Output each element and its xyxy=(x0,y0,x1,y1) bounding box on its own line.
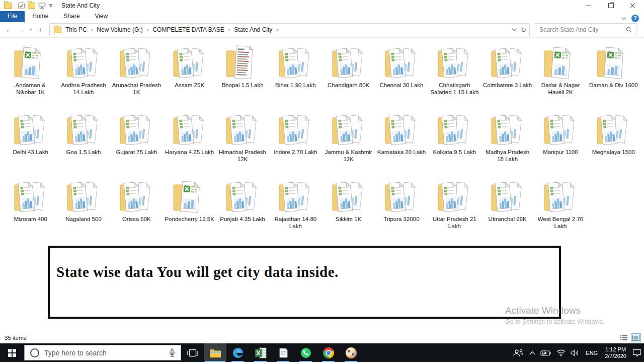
folder-item[interactable]: Madhya Pradesh 18 Lakh xyxy=(481,110,534,177)
folder-item[interactable]: Nagaland 500 xyxy=(57,177,110,244)
breadcrumb-separator: › xyxy=(144,27,152,33)
folder-item[interactable]: Karnataka 20 Lakh xyxy=(375,110,428,177)
action-center-icon[interactable] xyxy=(630,343,644,362)
folder-item[interactable]: Uttar Pradesh 21 Lakh xyxy=(428,177,481,244)
refresh-icon[interactable]: ↻ xyxy=(521,26,526,34)
folder-item[interactable]: Jammu & Kashmir 12K xyxy=(322,110,375,177)
folder-item[interactable]: West Bengal 2.70 Lakh xyxy=(534,177,587,244)
taskbar-edge-button[interactable] xyxy=(226,343,249,362)
forward-button[interactable]: → xyxy=(15,26,27,33)
folder-item[interactable]: Bhopal 1.5 Lakh xyxy=(216,43,269,110)
breadcrumb-item[interactable]: New Volume (G:) xyxy=(96,26,143,33)
folder-icon xyxy=(381,178,422,215)
rename-monitor-icon[interactable] xyxy=(38,3,46,9)
ribbon-tab-view[interactable]: View xyxy=(87,11,115,22)
folder-label: Arunachal Pradesh 1K xyxy=(111,82,162,96)
divider xyxy=(15,3,15,9)
folder-item[interactable]: Sikkim 1K xyxy=(322,177,375,244)
folder-item[interactable]: Himachal Pradesh 12K xyxy=(216,110,269,177)
folder-item[interactable]: Meghalaya 1500 xyxy=(587,110,640,177)
edge-icon xyxy=(232,347,244,359)
folder-item[interactable]: Chennai 30 Lakh xyxy=(375,43,428,110)
folder-label: Tripura 32000 xyxy=(376,216,427,223)
folder-item[interactable]: Mizoram 400 xyxy=(4,177,57,244)
folder-label: Assam 25K xyxy=(165,82,215,89)
folder-item[interactable]: Kolkata 9.5 Lakh xyxy=(428,110,481,177)
folder-item[interactable]: Chhatisgarh Salaried 1.15 Lakh xyxy=(428,43,481,110)
language-indicator[interactable]: ENG xyxy=(582,350,601,356)
folder-item[interactable]: Dadar & Nagar Haveli 2K xyxy=(534,43,587,110)
folder-label: Madhya Pradesh 18 Lakh xyxy=(482,149,533,163)
task-view-button[interactable] xyxy=(181,343,204,362)
folder-item[interactable]: Arunachal Pradesh 1K xyxy=(110,43,163,110)
battery-icon[interactable] xyxy=(538,343,554,362)
address-bar: ← → ▾ ↑ This PC›New Volume (G:)›COMPELET… xyxy=(0,22,644,38)
ribbon-tab-file[interactable]: File xyxy=(0,11,25,22)
address-box[interactable]: This PC›New Volume (G:)›COMPELETE DATA B… xyxy=(49,23,530,36)
folder-item[interactable]: Gujarat 75 Lakh xyxy=(110,110,163,177)
search-placeholder: Search State And City xyxy=(539,26,598,33)
details-view-icon[interactable] xyxy=(619,333,629,342)
taskbar-chrome-button[interactable] xyxy=(317,343,340,362)
ribbon-tab-share[interactable]: Share xyxy=(56,11,87,22)
restore-button[interactable] xyxy=(600,0,622,11)
ribbon-right-controls: ? xyxy=(621,15,644,22)
hidden-icons-chevron-icon[interactable] xyxy=(527,343,538,362)
people-icon[interactable] xyxy=(510,343,527,362)
back-button[interactable]: ← xyxy=(3,26,15,33)
folder-item[interactable]: Tripura 32000 xyxy=(375,177,428,244)
folder-item[interactable]: Uttranchal 26K xyxy=(481,177,534,244)
taskbar-whatsapp-button[interactable] xyxy=(294,343,317,362)
up-button[interactable]: ↑ xyxy=(34,26,46,33)
taskbar-excel-button[interactable] xyxy=(249,343,272,362)
start-button[interactable] xyxy=(0,343,24,362)
folder-item[interactable]: Assam 25K xyxy=(163,43,216,110)
help-icon[interactable]: ? xyxy=(631,15,639,22)
search-input[interactable]: Search State And City xyxy=(535,23,636,36)
folder-icon xyxy=(434,44,474,81)
close-button[interactable] xyxy=(622,0,644,11)
folder-item[interactable]: Orissa 60K xyxy=(110,177,163,244)
window-controls xyxy=(578,0,644,11)
collapse-ribbon-chevron-icon[interactable] xyxy=(621,17,626,20)
folder-item[interactable]: Chandigarh 80K xyxy=(322,43,375,110)
address-history-chevron-icon[interactable] xyxy=(512,28,517,31)
folder-item[interactable]: Manipur 1100 xyxy=(534,110,587,177)
folder-label: Delhi 43 Lakh xyxy=(6,149,56,156)
folder-item[interactable]: Rajasthan 14.80 Lakh xyxy=(269,177,322,244)
breadcrumb-item[interactable]: State And City xyxy=(233,26,273,33)
taskbar-file-explorer-button[interactable] xyxy=(204,343,226,362)
folder-item[interactable]: Pondecherry 12.5K xyxy=(163,177,216,244)
folder-item[interactable]: Delhi 43 Lakh xyxy=(4,110,57,177)
breadcrumb-item[interactable]: COMPELETE DATA BASE xyxy=(151,26,225,33)
folder-label: Meghalaya 1500 xyxy=(588,149,638,156)
breadcrumb-item[interactable]: This PC xyxy=(64,26,88,33)
folder-item[interactable]: Andaman & Nikobar 1K xyxy=(4,43,57,110)
large-icons-view-icon[interactable] xyxy=(631,333,641,342)
folder-item[interactable]: Bihar 1.90 Lakh xyxy=(269,43,322,110)
folder-label: Rajasthan 14.80 Lakh xyxy=(270,216,320,230)
recent-locations-caret-icon[interactable]: ▾ xyxy=(27,28,34,32)
volume-icon[interactable] xyxy=(568,343,582,362)
wifi-icon[interactable] xyxy=(554,343,568,362)
ribbon-tab-home[interactable]: Home xyxy=(25,11,56,22)
taskbar-search-input[interactable]: Type here to search xyxy=(24,345,181,360)
folder-item[interactable]: Goa 1.5 Lakh xyxy=(57,110,110,177)
folder-item[interactable]: Indore 2.70 Lakh xyxy=(269,110,322,177)
new-folder-icon[interactable] xyxy=(28,3,35,9)
taskbar-paint-button[interactable] xyxy=(340,343,362,362)
customize-toolbar-caret-icon[interactable] xyxy=(49,4,53,8)
clock[interactable]: 1:12 PM 2/7/2020 xyxy=(601,346,630,359)
folder-item[interactable]: Coimbatore 3 Lakh xyxy=(481,43,534,110)
folder-icon xyxy=(593,44,633,81)
taskbar-notepad-button[interactable] xyxy=(272,343,294,362)
microphone-icon[interactable] xyxy=(169,348,176,357)
folder-icon xyxy=(11,111,51,148)
folder-item[interactable]: Punjab 4.35 Lakh xyxy=(216,177,269,244)
system-tray: ENG 1:12 PM 2/7/2020 xyxy=(510,343,644,362)
minimize-button[interactable] xyxy=(578,0,600,11)
folder-item[interactable]: Daman & Div 1600 xyxy=(587,43,640,110)
folder-item[interactable]: Andhra Pradhesh 14 Lakh xyxy=(57,43,110,110)
folder-item[interactable]: Haryana 4.25 Lakh xyxy=(163,110,216,177)
properties-check-icon[interactable] xyxy=(18,3,25,9)
